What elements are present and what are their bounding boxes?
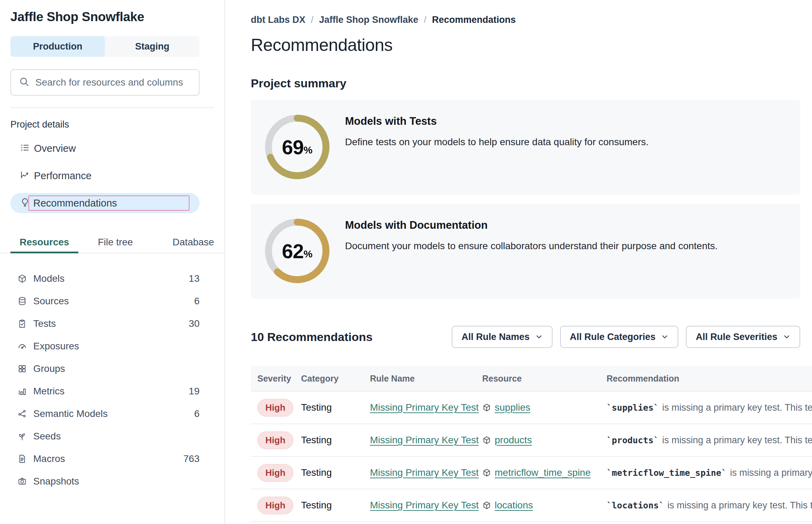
resource-count: 6 <box>194 408 200 419</box>
focus-ring: Recommendations <box>28 195 189 211</box>
breadcrumb-dbt-labs-dx[interactable]: dbt Labs DX <box>251 15 306 25</box>
severity-badge: High <box>257 464 293 482</box>
recommendations-count-heading: 10 Recommendations <box>251 330 372 344</box>
resource-item-seeds[interactable]: Seeds <box>0 425 224 447</box>
resource-link[interactable]: metricflow_time_spine <box>495 467 591 478</box>
search-icon <box>19 76 35 89</box>
resource-item-semantic-models[interactable]: Semantic Models 6 <box>0 402 224 425</box>
resource-count: 30 <box>189 318 200 329</box>
resource-label: Groups <box>33 363 65 374</box>
resource-label: Snapshots <box>33 476 79 487</box>
resource-item-exposures[interactable]: Exposures <box>0 335 224 357</box>
app-window: Jaffle Shop Snowflake Production Staging… <box>0 0 812 524</box>
rule-name-link[interactable]: Missing Primary Key Test <box>370 435 479 445</box>
filter-rule-names[interactable]: All Rule Names <box>452 326 553 348</box>
filter-label: All Rule Severities <box>696 332 777 342</box>
resource-label: Macros <box>33 453 65 464</box>
sidebar-item-performance[interactable]: Performance <box>10 166 200 186</box>
resource-item-metrics[interactable]: Metrics 19 <box>0 380 224 402</box>
resource-link[interactable]: supplies <box>495 402 530 413</box>
resource-label: Tests <box>33 318 56 329</box>
recommendation-text: is missing a primary key test. This test <box>662 435 812 445</box>
donut-percent: 62 % <box>265 219 329 283</box>
tab-database[interactable]: Database <box>168 237 219 253</box>
percent-unit: % <box>303 145 312 156</box>
resource-label: Seeds <box>33 431 61 442</box>
sidebar-item-overview[interactable]: Overview <box>10 138 200 158</box>
recommendation-text: is missing a primary ke <box>730 468 812 478</box>
resource-list: Models 13 Sources 6 Tests 30 <box>0 267 224 492</box>
page-title: Recommendations <box>251 35 812 55</box>
breadcrumb-current: Recommendations <box>432 15 516 25</box>
table-row: High Testing Missing Primary Key Test me… <box>251 457 812 489</box>
resource-code: `locations` <box>607 500 664 510</box>
resource-item-tests[interactable]: Tests 30 <box>0 312 224 335</box>
resource-item-models[interactable]: Models 13 <box>0 267 224 290</box>
gauge-icon <box>17 341 27 351</box>
card-title: Models with Documentation <box>345 219 718 232</box>
sidebar-item-label: Recommendations <box>33 198 117 209</box>
filter-label: All Rule Categories <box>570 332 656 342</box>
card-description: Document your models to ensure collabora… <box>345 241 718 252</box>
sidebar-item-label: Overview <box>34 143 76 154</box>
filter-rule-severities[interactable]: All Rule Severities <box>686 326 800 348</box>
recommendation-cell: `supplies`is missing a primary key test.… <box>607 402 812 413</box>
resource-item-groups[interactable]: Groups <box>0 357 224 380</box>
severity-badge: High <box>257 431 293 449</box>
tab-file-tree[interactable]: File tree <box>93 237 138 253</box>
breadcrumb-project[interactable]: Jaffle Shop Snowflake <box>319 15 418 25</box>
filter-label: All Rule Names <box>461 332 530 342</box>
sidebar-divider <box>10 107 214 108</box>
project-title: Jaffle Shop Snowflake <box>10 10 200 24</box>
rule-name-link[interactable]: Missing Primary Key Test <box>370 467 479 478</box>
sidebar-nav: Overview Performance Recommendations <box>0 138 224 213</box>
tab-production[interactable]: Production <box>10 36 105 57</box>
chevron-down-icon <box>535 333 543 341</box>
resource-item-sources[interactable]: Sources 6 <box>0 290 224 312</box>
breadcrumb-separator: / <box>311 15 314 25</box>
percent-value: 69 <box>282 136 304 159</box>
recommendation-text: is missing a primary key test. This tes <box>668 500 812 510</box>
tab-staging[interactable]: Staging <box>105 36 200 57</box>
resource-link[interactable]: products <box>495 435 532 446</box>
recommendation-cell: `products`is missing a primary key test.… <box>607 435 812 446</box>
breadcrumb: dbt Labs DX / Jaffle Shop Snowflake / Re… <box>251 15 812 25</box>
sidebar: Jaffle Shop Snowflake Production Staging… <box>0 0 225 524</box>
breadcrumb-separator: / <box>424 15 427 25</box>
column-recommendation: Recommendation <box>607 374 812 384</box>
resource-item-snapshots[interactable]: Snapshots <box>0 470 224 492</box>
filter-rule-categories[interactable]: All Rule Categories <box>560 326 679 348</box>
chevron-down-icon <box>661 333 669 341</box>
donut-chart-tests: 69 % <box>265 115 329 179</box>
environment-switcher: Production Staging <box>10 36 200 57</box>
table-row: High Testing Missing Primary Key Test lo… <box>251 489 812 522</box>
search-box[interactable] <box>10 69 200 96</box>
tab-resources[interactable]: Resources <box>10 237 78 253</box>
resource-link[interactable]: locations <box>495 500 533 511</box>
column-category: Category <box>301 374 370 384</box>
resource-count: 13 <box>189 273 200 284</box>
chevron-down-icon <box>783 333 791 341</box>
project-details-label: Project details <box>10 119 200 130</box>
search-input[interactable] <box>35 77 191 88</box>
column-severity: Severity <box>251 374 301 384</box>
resource-item-macros[interactable]: Macros 763 <box>0 447 224 470</box>
table-row: High Testing Missing Primary Key Test pr… <box>251 424 812 457</box>
cube-icon <box>482 468 491 477</box>
column-resource: Resource <box>482 374 607 384</box>
table-row: High Testing Missing Primary Key Test su… <box>251 392 812 424</box>
cube-icon <box>482 436 491 445</box>
summary-card-tests: 69 % Models with Tests Define tests on y… <box>251 100 800 195</box>
bar-chart-icon <box>17 386 27 396</box>
resource-count: 19 <box>189 386 200 397</box>
main-content: dbt Labs DX / Jaffle Shop Snowflake / Re… <box>225 0 812 524</box>
category-cell: Testing <box>301 402 370 413</box>
filters: All Rule Names All Rule Categories All R… <box>452 326 800 348</box>
resource-code: `metricflow_time_spine` <box>607 468 726 478</box>
sidebar-item-recommendations[interactable]: Recommendations <box>10 193 200 213</box>
summary-card-documentation: 62 % Models with Documentation Document … <box>251 204 800 299</box>
seedling-icon <box>17 431 27 441</box>
rule-name-link[interactable]: Missing Primary Key Test <box>370 402 479 413</box>
document-icon <box>17 454 27 464</box>
rule-name-link[interactable]: Missing Primary Key Test <box>370 500 479 510</box>
